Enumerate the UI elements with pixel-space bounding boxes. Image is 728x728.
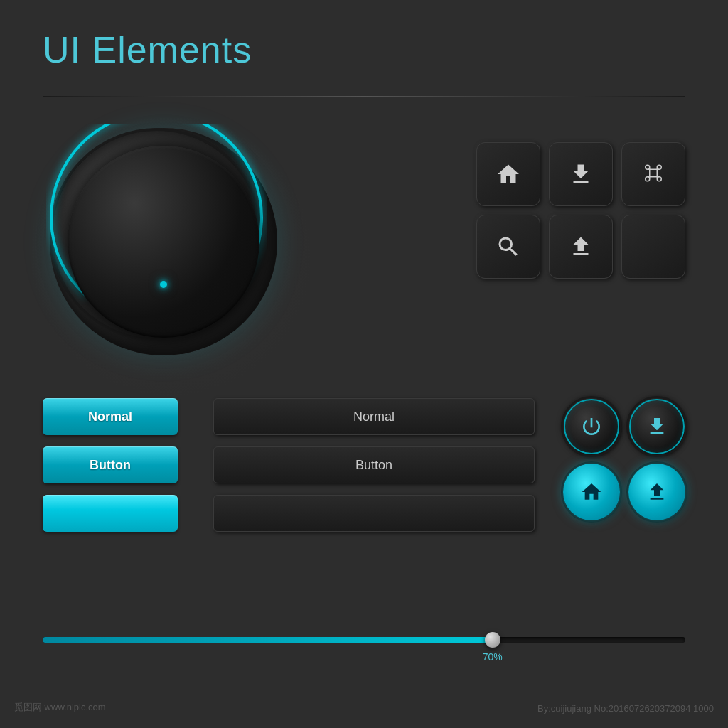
circular-buttons-group <box>563 398 685 520</box>
blank-cyan-button[interactable] <box>43 495 178 532</box>
icon-buttons-grid <box>476 142 685 279</box>
upload-icon <box>568 234 594 259</box>
download-circ-icon <box>646 415 668 438</box>
main-container: UI Elements <box>0 0 728 728</box>
slider-track: 70% <box>43 637 685 643</box>
divider <box>43 96 685 97</box>
watermark-left: 觅图网 www.nipic.com <box>14 701 106 714</box>
blank-button[interactable] <box>621 215 685 279</box>
search-button[interactable] <box>476 215 540 279</box>
knob-body <box>68 146 259 338</box>
normal-dark-button[interactable]: Normal <box>213 398 535 435</box>
home-circ-button[interactable] <box>563 464 620 520</box>
middle-buttons-group: Normal Button <box>213 398 535 532</box>
search-icon <box>496 234 521 259</box>
volume-knob[interactable] <box>43 121 284 363</box>
power-icon <box>580 415 603 438</box>
power-circ-button[interactable] <box>563 398 620 455</box>
home-button[interactable] <box>476 142 540 206</box>
slider-thumb[interactable] <box>485 632 500 648</box>
page-title: UI Elements <box>43 28 252 71</box>
watermark-right: By:cuijiujiang No:2016072620372094 1000 <box>537 703 714 714</box>
knob-indicator-dot <box>160 281 167 288</box>
command-icon <box>641 161 666 187</box>
download-icon <box>568 161 594 187</box>
command-button[interactable] <box>621 142 685 206</box>
download-circ-button[interactable] <box>628 398 685 455</box>
home-icon <box>496 161 521 187</box>
button-dark-button[interactable]: Button <box>213 446 535 483</box>
slider-label: 70% <box>483 651 503 663</box>
upload-circ-icon <box>646 481 668 503</box>
slider-section: 70% <box>43 637 685 643</box>
home-circ-icon <box>580 481 603 503</box>
blank-dark-button[interactable] <box>213 495 535 532</box>
left-buttons-group: Normal Button <box>43 398 185 532</box>
button-cyan-button[interactable]: Button <box>43 446 178 483</box>
slider-fill <box>43 637 493 643</box>
normal-cyan-button[interactable]: Normal <box>43 398 178 435</box>
upload-button[interactable] <box>549 215 613 279</box>
upload-circ-button[interactable] <box>628 464 685 520</box>
buttons-section: Normal Button Normal Button <box>43 398 685 532</box>
download-button[interactable] <box>549 142 613 206</box>
